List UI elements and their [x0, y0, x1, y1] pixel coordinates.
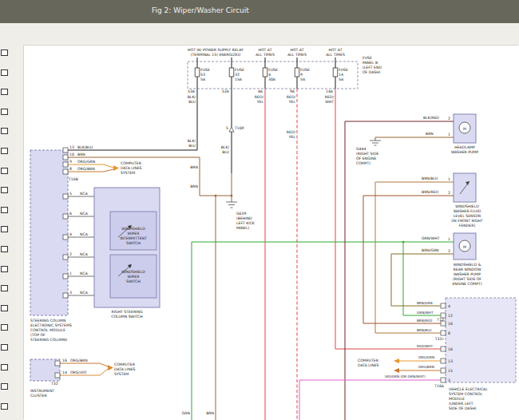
film-frame[interactable]	[1, 364, 8, 370]
fuse-panel-box	[188, 61, 358, 89]
wire-color-label: RED/	[287, 95, 296, 99]
film-frame[interactable]	[1, 50, 8, 56]
data-lines-label: SYSTEM	[114, 372, 129, 376]
pin-number: 15	[448, 369, 453, 373]
film-frame[interactable]	[1, 69, 8, 76]
film-frame[interactable]	[1, 89, 8, 95]
fuse-panel-name: PANEL B	[363, 61, 378, 65]
wire-color-label: BLU	[188, 144, 196, 148]
film-frame[interactable]	[1, 109, 8, 115]
component-name: ELECTRONIC SYSTEMS	[30, 323, 72, 327]
component-name: WASHER PUMP	[451, 150, 478, 154]
wire-color-label: RED/	[287, 130, 296, 134]
pin-number: 5	[69, 192, 72, 196]
wire-blkblu-53a	[68, 89, 197, 150]
connector-label-t12: T12	[436, 318, 444, 322]
hot-label: ALL TIMES	[256, 53, 275, 57]
fuse-label: FUSE	[300, 68, 310, 72]
component-name: MODULE	[449, 397, 465, 401]
pin-number: 2	[448, 117, 450, 121]
wire-color-labels: BLK/ BLU BLK/ BLU BLK/ BLU RED/ YEL RED/…	[182, 95, 335, 415]
ground-name: LEFT KICK	[236, 221, 256, 225]
data-lines-label: DATA LINES	[121, 166, 142, 170]
film-frame[interactable]	[1, 207, 8, 213]
film-frame[interactable]	[1, 187, 8, 193]
pin-number: 1	[448, 237, 450, 241]
pin-number: 9	[69, 160, 72, 164]
wire-color-label: BRN/GRN	[422, 248, 439, 252]
wire-color-label: YEL	[256, 100, 264, 104]
pin-number: 16	[448, 347, 453, 351]
connector-label-t10p: T10P	[234, 126, 244, 130]
wire-color-label: ORG/BRN	[70, 359, 88, 363]
ground-labels: G639 (BEHIND LEFT KICK PANEL) G444 (RIGH…	[236, 132, 434, 230]
pin-number: 16	[62, 359, 67, 363]
film-frame[interactable]	[1, 128, 8, 134]
film-frame[interactable]	[1, 148, 8, 154]
wire-color-label: BRN/BLU	[417, 328, 431, 332]
wire-color-label: GRN/WHT	[417, 311, 434, 315]
pin-number: 2	[448, 249, 450, 253]
fuse-symbol	[333, 68, 338, 77]
component-name: (IN FRONT RIGHT	[451, 219, 483, 223]
component-name: WINDSHIELD &	[454, 263, 481, 267]
component-name: SIDE OF DASH)	[449, 406, 477, 410]
wire-brnblu	[375, 182, 454, 333]
component-name: CLUSTER	[30, 394, 48, 398]
nca-label: NCA	[80, 291, 89, 295]
film-frame[interactable]	[1, 246, 8, 252]
wire-color-label: WHT	[325, 100, 334, 104]
pin-number: 1	[448, 177, 450, 181]
data-lines-label: COMPUTER	[358, 359, 379, 363]
film-frame[interactable]	[1, 383, 8, 390]
component-name: WASHER FLUID	[454, 209, 481, 213]
film-frame[interactable]	[1, 305, 8, 311]
vehicle-module-box	[446, 298, 516, 382]
figure-title: Fig 2: Wiper/Washer Circuit	[152, 6, 249, 14]
film-frame[interactable]	[1, 266, 8, 272]
wire-color-label: RED/WHT	[417, 344, 433, 348]
switch-name: WINDSHIELD	[121, 270, 145, 274]
wire-color-label: ORG/GRN	[77, 160, 95, 164]
film-frame[interactable]	[1, 226, 8, 232]
data-lines-arrow	[113, 165, 119, 171]
nca-label: NCA	[80, 232, 89, 236]
film-frame[interactable]	[1, 324, 8, 331]
film-frame[interactable]	[1, 168, 8, 174]
connector-label-t32: T32	[50, 382, 58, 386]
wire-brngrn	[391, 254, 454, 306]
fuse-label: 4	[268, 73, 271, 77]
fuse-symbol	[295, 68, 299, 77]
data-lines-label: COMPUTER	[114, 363, 136, 367]
switch-name: WIPER	[128, 232, 141, 236]
motor-m: M	[463, 245, 466, 249]
junction-dot	[231, 195, 233, 197]
film-frame[interactable]	[1, 403, 8, 410]
film-frame[interactable]	[1, 344, 8, 351]
fuse-label: FUSE	[268, 68, 278, 72]
component-name: COLUMN SWITCH	[111, 315, 142, 319]
component-name: HEADLAMP	[454, 145, 475, 149]
film-frame[interactable]	[1, 285, 8, 291]
ground-symbol-g444	[370, 141, 381, 145]
wire-color-label: GRN/WHT	[422, 236, 440, 240]
wire-color-label: VIO/GRN (OR GRN/WHT)	[385, 374, 426, 378]
wire-brnred	[363, 196, 454, 323]
wire-color-label: BRN/BLU	[422, 176, 438, 180]
connector-label-t16b: T16B	[68, 177, 78, 181]
component-name: ENGINE COMPT)	[452, 282, 481, 286]
wire-color-label: BLK/	[221, 145, 230, 149]
ground-name: OF ENGINE	[356, 157, 376, 160]
wire-color-label: RED/	[325, 95, 335, 99]
hot-label: ALL TIMES	[326, 53, 345, 57]
wire-id: 52A	[222, 89, 230, 93]
data-lines-arrow	[394, 359, 399, 363]
component-name: RIGHT STEERING	[112, 310, 143, 314]
fuse-label: 15A	[235, 77, 243, 81]
nca-label: NCA	[80, 252, 89, 256]
wire-color-label: BRN	[426, 132, 434, 136]
wire-color-label: ORG/BRN	[418, 365, 434, 369]
component-name: (RIGHT SIDE OF	[453, 277, 481, 281]
connector-label-t16a: T16A	[434, 384, 445, 388]
fuse-label: S3	[200, 73, 205, 77]
